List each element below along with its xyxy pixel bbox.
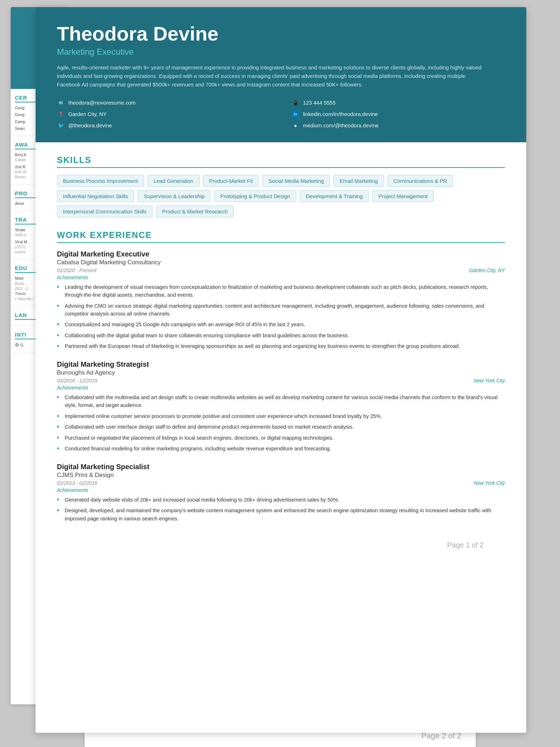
job-bullet: Conducted financial modeling for online … xyxy=(57,445,505,452)
resume-body: SKILLS Business Process ImprovementLead … xyxy=(36,142,526,579)
job-meta: 01/2020 - Present Garden City, NY xyxy=(57,267,505,273)
skill-tag: Project Management xyxy=(372,190,433,202)
job-achievements-label: Achievements xyxy=(57,487,505,493)
job-meta: 03/2016 - 12/2019 New York City xyxy=(57,378,505,383)
contact-grid: ✉ theodora@novoresume.com 📱 123 444 5555… xyxy=(57,99,505,129)
job-title: Digital Marketing Executive xyxy=(57,250,505,258)
skill-tag: Email Marketing xyxy=(334,175,384,187)
job-title: Digital Marketing Strategist xyxy=(57,360,505,369)
twitter-icon: 🐦 xyxy=(57,122,65,129)
job-company: Burroughs Ad Agency xyxy=(57,369,505,376)
medium-value: medium.com/@theodora.devine xyxy=(303,122,379,128)
job-bullet: Partnered with the European Head of Mark… xyxy=(57,342,505,350)
candidate-title: Marketing Executive xyxy=(57,47,505,57)
phone-value: 123 444 5555 xyxy=(303,100,336,106)
skill-tag: Product & Market Research xyxy=(156,206,234,217)
job-dates: 01/2020 - Present xyxy=(57,267,96,273)
job-bullet: Collaborated with user interface design … xyxy=(57,423,505,431)
skill-tag: Communications & PR xyxy=(388,175,453,187)
page-number: Page 1 of 2 xyxy=(57,534,505,558)
skill-tag: Social Media Marketing xyxy=(262,175,330,187)
phone-icon: 📱 xyxy=(292,99,299,107)
contact-phone: 📱 123 444 5555 xyxy=(292,99,505,107)
job-company: CJMS Print & Design xyxy=(57,472,505,479)
contact-medium: ● medium.com/@theodora.devine xyxy=(292,122,505,129)
job-location: Garden City, NY xyxy=(469,267,505,273)
skill-tag: Supervision & Leadership xyxy=(138,190,210,202)
linkedin-value: linkedin.com/in/theodora.devine xyxy=(303,111,378,117)
job-location: New York City xyxy=(474,480,505,486)
job-bullet: Generated daily website visits of 20k+ a… xyxy=(57,496,505,504)
job-bullets-list: Leading the development of visual messag… xyxy=(57,283,505,350)
job-bullets-list: Generated daily website visits of 20k+ a… xyxy=(57,496,505,523)
job-bullet: Leading the development of visual messag… xyxy=(57,283,505,299)
skills-grid: Business Process ImprovementLead Generat… xyxy=(57,175,505,217)
job-bullet: Collaborating with the digital global te… xyxy=(57,332,505,339)
contact-address: 📍 Garden City, NY xyxy=(57,110,270,118)
job-block: Digital Marketing Executive Cabalsa Digi… xyxy=(57,250,505,350)
contact-twitter: 🐦 @theodora.devine xyxy=(57,122,270,129)
email-icon: ✉ xyxy=(57,99,65,107)
location-icon: 📍 xyxy=(57,110,65,118)
candidate-summary: Agile, results-oriented marketer with 9+… xyxy=(57,63,484,89)
job-bullet: Purchased or negotiated the placement of… xyxy=(57,434,505,442)
email-value: theodora@novoresume.com xyxy=(68,100,136,106)
skill-tag: Lead Generation xyxy=(148,175,199,187)
skill-tag: Interpersonal Communication Skills xyxy=(57,206,153,217)
job-bullets-list: Collaborated with the multimedia and art… xyxy=(57,393,505,453)
skill-tag: Prototyping & Product Design xyxy=(214,190,296,202)
job-bullet: Implemented online customer service proc… xyxy=(57,412,505,420)
resume-header: Theodora Devine Marketing Executive Agil… xyxy=(36,7,526,142)
job-bullet: Collaborated with the multimedia and art… xyxy=(57,393,505,409)
skill-tag: Business Process Improvement xyxy=(57,175,144,187)
contact-linkedin: in linkedin.com/in/theodora.devine xyxy=(292,110,505,118)
medium-icon: ● xyxy=(292,122,299,129)
job-dates: 02/2013 - 02/2016 xyxy=(57,480,97,486)
job-bullet: Conceptualized and managing 25 Google Ad… xyxy=(57,320,505,328)
skill-tag: Development & Training xyxy=(300,190,369,202)
job-company: Cabalsa Digital Marketing Consultancy xyxy=(57,259,505,266)
job-dates: 03/2016 - 12/2019 xyxy=(57,378,97,383)
address-value: Garden City, NY xyxy=(68,111,107,117)
work-section: WORK EXPERIENCE Digital Marketing Execut… xyxy=(57,230,505,523)
twitter-value: @theodora.devine xyxy=(68,122,112,128)
work-section-title: WORK EXPERIENCE xyxy=(57,230,505,243)
job-block: Digital Marketing Specialist CJMS Print … xyxy=(57,463,505,523)
skills-section: SKILLS Business Process ImprovementLead … xyxy=(57,155,505,217)
skill-tag: Product-Market Fit xyxy=(203,175,259,187)
contact-email: ✉ theodora@novoresume.com xyxy=(57,99,270,107)
linkedin-icon: in xyxy=(292,110,299,118)
job-meta: 02/2013 - 02/2016 New York City xyxy=(57,480,505,486)
job-bullet: Designed, developed, and maintained the … xyxy=(57,507,505,523)
job-block: Digital Marketing Strategist Burroughs A… xyxy=(57,360,505,453)
job-achievements-label: Achievements xyxy=(57,275,505,280)
main-resume-page: Theodora Devine Marketing Executive Agil… xyxy=(36,7,526,733)
job-location: New York City xyxy=(474,378,505,383)
skills-section-title: SKILLS xyxy=(57,155,505,168)
job-bullet: Advising the CMO on various strategic di… xyxy=(57,302,505,318)
job-title: Digital Marketing Specialist xyxy=(57,463,505,471)
skill-tag: Influential Negotiation Skills xyxy=(57,190,134,202)
job-achievements-label: Achievements xyxy=(57,385,505,391)
candidate-name: Theodora Devine xyxy=(57,23,505,45)
